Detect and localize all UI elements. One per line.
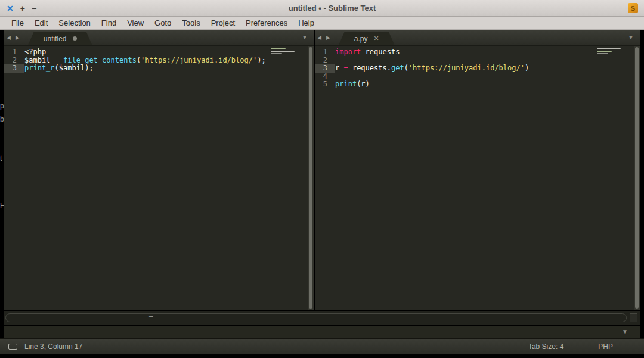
menu-selection[interactable]: Selection <box>53 18 95 27</box>
line-number: 3 <box>315 64 335 73</box>
code-line[interactable]: 4 <box>315 73 640 81</box>
console-toggle-icon[interactable] <box>8 344 17 350</box>
code-text: print(r) <box>335 80 370 89</box>
syntax-selector[interactable]: PHP <box>598 343 613 351</box>
bottom-panel: – ▼ <box>0 310 644 338</box>
title-bar: ✕ + − untitled • - Sublime Text S <box>0 0 644 17</box>
code-line[interactable]: 5print(r) <box>315 80 640 89</box>
vertical-scrollbar[interactable] <box>308 46 314 310</box>
panel-dropdown-icon[interactable]: ▼ <box>622 328 628 335</box>
menu-preferences[interactable]: Preferences <box>240 18 293 27</box>
menu-bar: File Edit Selection Find View Goto Tools… <box>0 17 644 30</box>
horizontal-scrollbar[interactable]: – <box>4 311 640 325</box>
menu-edit[interactable]: Edit <box>29 18 53 27</box>
background-fragment: p <box>0 102 4 110</box>
code-line[interactable]: 2 <box>315 57 640 65</box>
tab-bar-left: ◀ ▶ untitled ▼ <box>4 30 314 46</box>
menu-help[interactable]: Help <box>293 18 320 27</box>
window-edge <box>0 354 644 358</box>
code-view-python[interactable]: 1import requests23r = requests.get('http… <box>315 46 640 310</box>
line-number: 5 <box>315 80 335 89</box>
tab-list-dropdown-icon[interactable]: ▼ <box>302 34 308 41</box>
pane-right: ◀ ▶ a.py ✕ ▼ 1import requests23r = reque… <box>315 30 640 310</box>
tab-bar-right: ◀ ▶ a.py ✕ ▼ <box>315 30 640 46</box>
tabs-scroll-left-icon[interactable]: ◀ <box>315 35 324 41</box>
line-number: 3 <box>4 64 24 73</box>
code-text: r = requests.get('https://juniyadi.id/bl… <box>335 64 529 73</box>
code-line[interactable]: 1import requests <box>315 48 640 57</box>
menu-tools[interactable]: Tools <box>177 18 205 27</box>
line-number: 2 <box>315 57 335 65</box>
tab-close-icon[interactable]: ✕ <box>374 35 379 42</box>
line-number: 4 <box>315 73 335 81</box>
tab-size-selector[interactable]: Tab Size: 4 <box>528 343 564 351</box>
code-line[interactable]: 3r = requests.get('https://juniyadi.id/b… <box>315 64 640 73</box>
pane-left: ◀ ▶ untitled ▼ 1<?php2$ambil = file_get_… <box>4 30 314 310</box>
vertical-scrollbar[interactable] <box>634 46 640 310</box>
line-number: 1 <box>315 48 335 57</box>
code-line[interactable]: 3print_r($ambil); <box>4 64 314 73</box>
background-fragment: b <box>0 115 4 123</box>
tab-apy[interactable]: a.py ✕ <box>339 32 395 45</box>
menu-find[interactable]: Find <box>96 18 122 27</box>
tabs-scroll-right-icon[interactable]: ▶ <box>324 35 333 41</box>
minimap[interactable] <box>597 48 622 58</box>
menu-file[interactable]: File <box>6 18 29 27</box>
minimap[interactable] <box>271 48 296 58</box>
menu-project[interactable]: Project <box>206 18 240 27</box>
tab-apy-label: a.py <box>354 35 368 43</box>
background-fragment: F <box>0 201 4 210</box>
status-bar: Line 3, Column 17 Tab Size: 4 PHP <box>0 338 644 354</box>
tab-untitled[interactable]: untitled <box>28 32 92 45</box>
line-number: 2 <box>4 57 24 65</box>
code-line[interactable]: 1<?php <box>4 48 314 57</box>
tab-untitled-label: untitled <box>44 35 67 43</box>
window-maximize-icon[interactable]: + <box>20 4 25 13</box>
tabs-scroll-left-icon[interactable]: ◀ <box>4 35 13 41</box>
code-text: $ambil = file_get_contents('https://juni… <box>24 57 266 65</box>
code-text: import requests <box>335 48 400 57</box>
horizontal-scrollbar-track[interactable] <box>5 313 627 322</box>
text-cursor <box>94 65 94 72</box>
code-line[interactable]: 2$ambil = file_get_contents('https://jun… <box>4 57 314 65</box>
code-view-php[interactable]: 1<?php2$ambil = file_get_contents('https… <box>4 46 314 310</box>
editor-area: ◀ ▶ untitled ▼ 1<?php2$ambil = file_get_… <box>0 30 644 310</box>
sublime-logo-icon: S <box>628 3 638 13</box>
tab-list-dropdown-icon[interactable]: ▼ <box>628 34 634 41</box>
window-title: untitled • - Sublime Text <box>36 4 628 13</box>
background-fragment: t <box>0 154 4 163</box>
menu-view[interactable]: View <box>122 18 149 27</box>
window-close-icon[interactable]: ✕ <box>7 4 14 13</box>
tabs-scroll-right-icon[interactable]: ▶ <box>13 35 22 41</box>
line-number: 1 <box>4 48 24 57</box>
code-text: <?php <box>24 48 46 57</box>
cursor-position: Line 3, Column 17 <box>24 343 82 351</box>
window-minimize-icon[interactable]: − <box>32 4 36 13</box>
panel-scroll-strip[interactable]: ▼ <box>4 326 640 338</box>
scrollbar-corner <box>630 313 637 322</box>
code-text: print_r($ambil); <box>24 64 94 73</box>
modified-indicator-icon <box>73 36 77 41</box>
menu-goto[interactable]: Goto <box>149 18 177 27</box>
